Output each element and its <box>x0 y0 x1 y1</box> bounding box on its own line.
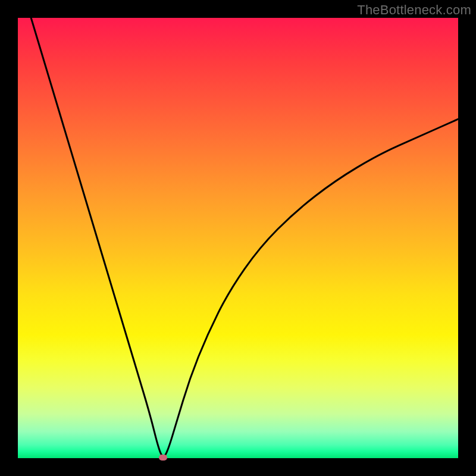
chart-frame: TheBottleneck.com <box>0 0 476 476</box>
watermark-text: TheBottleneck.com <box>357 2 471 18</box>
minimum-marker <box>159 455 167 461</box>
bottleneck-curve <box>18 18 458 458</box>
plot-area <box>18 18 458 458</box>
